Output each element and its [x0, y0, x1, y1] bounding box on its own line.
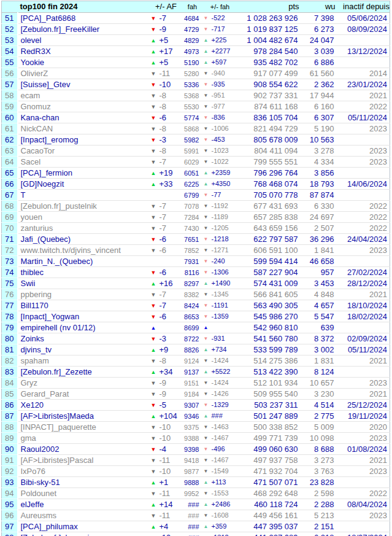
player-name: Kana-chan [18, 112, 150, 123]
rank-cell: 92 [2, 466, 18, 477]
af-trend-icon: ▼ [151, 135, 159, 145]
fah-change-cell: ▼-940 [202, 68, 238, 79]
inactive-since-cell: 2023 [336, 157, 390, 168]
af-change-cell: ▲+4 [150, 521, 183, 532]
table-row: 94 Poldounet ▼-11 9952 ▼-1553 468 292 64… [2, 488, 390, 499]
wu-value: 1 831 [314, 356, 334, 365]
wu-cell: 6 886 [299, 57, 336, 68]
wu-cell: 24 047 [299, 35, 336, 46]
af-change-value: +33 [159, 179, 173, 188]
af-change-cell: ▼-3 [150, 134, 183, 146]
af-change-value: -10 [159, 533, 171, 536]
points-value: 563 490 305 [253, 301, 298, 310]
fah-trend-icon: ▼ [204, 533, 212, 536]
points-value: 935 482 702 [253, 58, 298, 67]
inactive-since-cell: 28/12/2024 [336, 278, 390, 289]
wu-value: 4 848 [314, 290, 334, 299]
rank-value: 77 [5, 301, 13, 310]
wu-cell: 17 944 [299, 90, 336, 101]
fah-rank-value: 9952 [184, 490, 199, 497]
inactive-since-cell: 2021 [336, 455, 390, 466]
rank-value: 84 [5, 378, 13, 387]
rank-value: 88 [5, 422, 13, 432]
fah-change-cell: ▼-1006 [202, 123, 238, 134]
wu-cell: 3 763 [299, 466, 336, 477]
fah-rank-value: 9137 [184, 368, 199, 376]
fah-trend-icon: ▼ [204, 201, 212, 211]
fah-trend-icon: ▼ [204, 290, 212, 300]
player-name-label: [AF>Libristes]Maeda [21, 411, 94, 421]
points-value: 513 422 390 [253, 367, 298, 376]
inactive-since-cell [336, 322, 390, 333]
wu-cell: 5 547 [299, 311, 336, 322]
fah-rank-cell: 8826 [183, 344, 202, 355]
inactive-since-value: 2023 [369, 378, 387, 387]
inactive-since-cell: 2021 [336, 355, 390, 367]
player-name-label: Yookie [21, 58, 45, 67]
fah-rank-value: 8826 [184, 346, 199, 354]
inactive-since-cell: 13/12/2024 [336, 46, 390, 57]
af-trend-icon: ▼ [151, 69, 159, 79]
player-name: Jafi_(Quebec) [18, 234, 150, 245]
player-name-label: ppbering [21, 290, 52, 299]
inactive-since-cell: 02/09/2024 [336, 333, 390, 344]
player-name: thiblec [18, 267, 150, 278]
inactive-since-cell: 05/11/2024 [336, 344, 390, 355]
fah-change-cell: ▼-1549 [202, 466, 238, 477]
rank-cell: 74 [2, 267, 18, 278]
points-value: 836 105 704 [253, 113, 298, 122]
fah-trend-icon: ▲ [204, 168, 212, 178]
rank-cell: 81 [2, 344, 18, 355]
af-change-cell: ▼-4 [150, 444, 183, 455]
af-change-cell: ▼-9 [150, 389, 183, 400]
fah-change-cell: ▼-1022 [202, 157, 238, 168]
rank-cell: 94 [2, 488, 18, 499]
rank-cell: 72 [2, 245, 18, 256]
fah-change-value: +1490 [212, 279, 231, 287]
fah-trend-icon: ▼ [204, 433, 212, 443]
fah-rank-value: 8116 [185, 269, 199, 276]
wu-value: 6 330 [314, 201, 334, 211]
fah-change-value: -935 [212, 80, 225, 88]
player-name: T [18, 190, 150, 201]
rank-cell: 63 [2, 146, 18, 157]
af-trend-icon: ▼ [151, 400, 159, 410]
fah-change-cell: ▼-1467 [202, 455, 238, 466]
table-row: 89 gma ▼-10 9388 ▼-1467 499 771 739 10 0… [2, 433, 390, 444]
af-change-cell: ▼-7 [150, 13, 183, 24]
points-value: 796 296 764 [253, 168, 298, 177]
points-value: 503 237 311 [254, 400, 298, 410]
points-cell: 541 560 780 [238, 333, 299, 344]
wu-value: 3 002 [314, 345, 334, 354]
af-trend-icon: ▼ [151, 511, 159, 521]
af-trend-icon: ▼ [151, 312, 159, 322]
rank-cell: 70 [2, 223, 18, 234]
fah-trend-icon: ▲ [204, 47, 212, 56]
fah-rank-cell: 8722 [183, 333, 202, 344]
fah-trend-icon: ▲ [204, 411, 212, 421]
wu-value: 6 160 [314, 102, 334, 111]
inactive-since-value: 01/08/2024 [347, 445, 387, 454]
points-cell: 460 118 724 [238, 499, 299, 510]
rank-cell: 51 [2, 13, 18, 24]
fah-change-value: +5522 [212, 368, 231, 375]
table-row: 53 olevel ▲+5 4829 ▲+225 1 004 482 674 2… [2, 35, 390, 46]
wu-value: 24 697 [310, 212, 334, 222]
af-change-value: +16 [159, 279, 173, 288]
fah-trend-icon: ▲ [204, 323, 212, 333]
wu-cell: 3 453 [299, 278, 336, 289]
fah-change-value: -1424 [212, 357, 229, 364]
wu-value: 24 047 [310, 36, 334, 45]
fah-change-value: +225 [212, 36, 227, 44]
af-change-cell: ▼-8 [150, 101, 183, 112]
fah-rank-value: 8297 [184, 280, 199, 287]
points-cell: 599 594 414 [238, 256, 299, 267]
rank-cell: 59 [2, 101, 18, 112]
wu-value: 7 398 [314, 14, 334, 23]
fah-change-cell: ▼-1463 [202, 422, 238, 433]
af-change-cell: ▼-5 [150, 400, 183, 411]
table-row: 96 Aureusms ▼-11 ### ▼-1608 449 456 161 … [2, 510, 390, 521]
table-row: 58 ecam ▼-8 5368 ▼-951 902 737 331 17 94… [2, 90, 390, 101]
inactive-since-value: 2023 [369, 467, 387, 476]
rank-cell: 76 [2, 289, 18, 300]
